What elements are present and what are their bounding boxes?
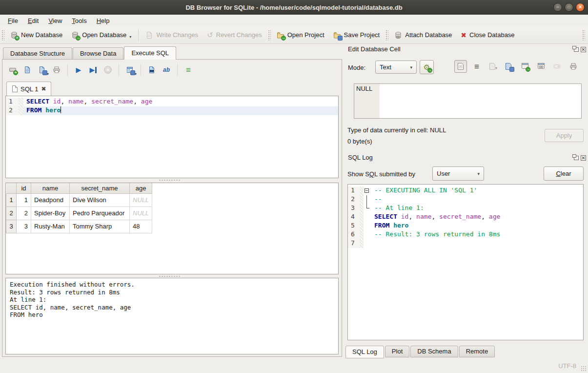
tab-browse-data[interactable]: Browse Data <box>73 47 123 60</box>
splitter-handle[interactable] <box>159 275 181 277</box>
cell-value-editor[interactable]: NULL <box>354 83 582 119</box>
tab-plot[interactable]: Plot <box>385 346 409 357</box>
table-row[interactable]: 3 3 Rusty-Man Tommy Sharp 48 <box>6 220 152 233</box>
export-icon <box>505 62 513 70</box>
tab-remote[interactable]: Remote <box>459 346 495 357</box>
close-button[interactable]: ✕ <box>576 3 585 12</box>
stop-execution-button: ✖ <box>101 63 114 76</box>
execute-all-button[interactable]: ▶ <box>72 63 85 76</box>
tab-db-schema[interactable]: DB Schema <box>410 346 458 357</box>
log-filter-select[interactable]: User ▾ <box>432 166 484 181</box>
menu-file[interactable]: File <box>3 16 23 26</box>
chevron-down-icon: ▾ <box>410 65 412 70</box>
new-database-icon: + <box>10 31 18 39</box>
column-header-age[interactable]: age <box>130 183 152 193</box>
print-sql-button[interactable] <box>50 63 63 76</box>
link-icon <box>537 62 545 70</box>
titlebar: DB Browser for SQLite - /home/user/code/… <box>0 0 588 15</box>
maximize-button[interactable]: □ <box>565 3 573 12</box>
table-row[interactable]: 1 1 Deadpond Dive Wilson NULL <box>6 193 152 207</box>
window-controls: − □ ✕ <box>553 3 585 12</box>
menu-help[interactable]: Help <box>92 16 115 26</box>
toolbar-drag-handle[interactable] <box>1 30 4 41</box>
sql-log-view[interactable]: 1 -- EXECUTING ALL IN 'SQL 1' 2 -- 3 -- … <box>347 184 584 340</box>
close-panel-icon[interactable]: ✕ <box>581 47 586 52</box>
column-header-secret-name[interactable]: secret_name <box>70 183 130 193</box>
revert-changes-icon: ↺ <box>207 31 213 39</box>
export-cell-data-button[interactable] <box>503 60 515 73</box>
sql-log-panel-title: SQL Log <box>348 154 373 161</box>
minimize-button[interactable]: − <box>553 3 562 12</box>
stop-icon: ✖ <box>104 66 112 74</box>
copy-cell-link-button[interactable] <box>535 60 547 73</box>
new-database-button[interactable]: + New Database <box>6 29 67 41</box>
open-sql-file-button[interactable] <box>21 63 34 76</box>
toolbar-drag-handle[interactable] <box>268 30 271 41</box>
chevron-down-icon[interactable]: ▾ <box>129 35 131 39</box>
apply-mode-button[interactable]: ⚙ → <box>420 60 434 74</box>
open-project-button[interactable]: → Open Project <box>272 29 329 41</box>
format-sql-icon: ab <box>163 67 170 73</box>
close-database-icon: ✖ <box>461 32 466 39</box>
column-header-id[interactable]: id <box>17 183 31 193</box>
gear-icon: ⚙ → <box>423 63 431 71</box>
edit-cell-panel-title: Edit Database Cell <box>348 45 401 53</box>
find-replace-button[interactable] <box>145 63 158 76</box>
dock-tabbar: SQL Log Plot DB Schema Remote <box>345 346 495 358</box>
window-title: DB Browser for SQLite - /home/user/code/… <box>185 4 402 11</box>
sql-file-tab[interactable]: SQL 1 ✖ <box>6 82 51 96</box>
sql-code-line: SELECT id, name, secret_name, age <box>23 98 338 106</box>
close-database-button[interactable]: ✖ Close Database <box>456 29 519 41</box>
word-wrap-cell-button[interactable]: ≡ <box>470 60 483 73</box>
cell-size-info: 0 byte(s) <box>347 138 372 145</box>
mode-select[interactable]: Text ▾ <box>375 61 417 74</box>
open-sql-file-icon <box>23 66 31 74</box>
tab-sql-log[interactable]: SQL Log <box>345 346 384 358</box>
table-row[interactable]: 2 2 Spider-Boy Pedro Parqueador NULL <box>6 207 152 220</box>
float-panel-icon[interactable] <box>574 47 579 52</box>
open-database-button[interactable]: → Open Database ▾ <box>67 29 136 41</box>
tab-database-structure[interactable]: Database Structure <box>3 47 72 60</box>
toolbar-drag-handle[interactable] <box>385 30 388 41</box>
table-header-row: id name secret_name age <box>6 183 152 193</box>
close-panel-icon[interactable]: ✕ <box>581 155 586 161</box>
cell-editor-toolbar: ≡ ▾ → <box>454 60 580 73</box>
splitter-handle[interactable] <box>159 179 181 181</box>
import-icon: ▾ <box>489 62 497 70</box>
execute-current-line-button[interactable]: ▶ <box>87 63 100 76</box>
open-in-external-button[interactable]: → <box>519 60 531 73</box>
save-results-button[interactable]: ▾ <box>123 63 136 76</box>
save-sql-file-icon <box>38 66 46 74</box>
results-grid: id name secret_name age 1 1 Deadpond Div… <box>5 183 339 274</box>
menu-tools[interactable]: Tools <box>67 16 91 26</box>
menu-edit[interactable]: Edit <box>23 16 43 26</box>
new-sql-tab-button[interactable]: + <box>6 63 19 76</box>
tab-execute-sql[interactable]: Execute SQL <box>124 46 176 60</box>
save-sql-file-button[interactable]: ▾ <box>36 63 48 76</box>
resize-grip[interactable] <box>581 366 587 372</box>
fold-marker-collapse[interactable] <box>364 186 371 195</box>
word-wrap-icon: ≡ <box>186 66 191 74</box>
toolbar-drag-handle[interactable] <box>582 30 585 41</box>
write-changes-icon <box>145 31 153 39</box>
encoding-indicator: UTF-8 <box>558 362 576 370</box>
print-cell-button[interactable] <box>567 60 580 73</box>
sql-editor[interactable]: 1 SELECT id, name, secret_name, age 2 FR… <box>5 96 339 178</box>
close-sql-tab-icon[interactable]: ✖ <box>41 85 46 92</box>
execution-message: Execution finished without errors. Resul… <box>5 278 339 354</box>
revert-changes-button: ↺ Revert Changes <box>203 29 266 41</box>
column-header-name[interactable]: name <box>31 183 70 193</box>
text-mode-button[interactable] <box>454 60 467 73</box>
word-wrap-button[interactable]: ≡ <box>182 63 195 76</box>
attach-database-button[interactable]: Attach Database <box>390 29 456 41</box>
save-project-button[interactable]: Save Project <box>329 29 385 41</box>
log-filter-label: Show SQL submitted by <box>347 170 415 178</box>
attach-database-icon <box>394 31 402 39</box>
execute-sql-panel: + ▾ ▶ ▶ ✖ <box>2 59 342 357</box>
clear-log-button[interactable]: Clear <box>544 166 584 181</box>
menu-view[interactable]: View <box>43 16 67 26</box>
sql-document-icon <box>12 85 18 92</box>
auto-format-button[interactable]: ab <box>160 63 173 76</box>
float-panel-icon[interactable] <box>574 156 579 160</box>
print-icon <box>53 66 61 74</box>
